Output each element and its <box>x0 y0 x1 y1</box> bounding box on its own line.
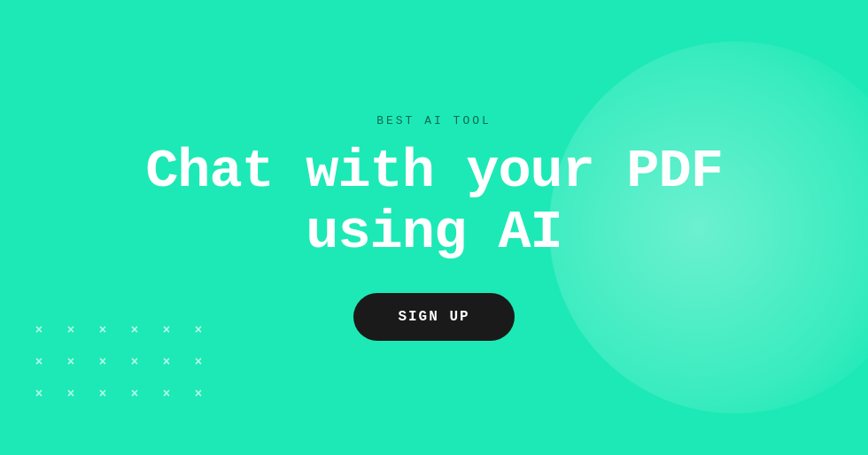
dot-3: × <box>90 318 115 343</box>
dot-14: × <box>58 382 83 406</box>
hero-content: BEST AI TOOL Chat with your PDF using AI… <box>145 114 723 340</box>
hero-heading-line1: Chat with your PDF <box>145 140 723 203</box>
signup-button[interactable]: SiGN UP <box>353 293 514 341</box>
dot-15: × <box>90 382 115 406</box>
dot-11: × <box>154 350 179 374</box>
dot-7: × <box>27 350 51 374</box>
dot-9: × <box>90 350 115 374</box>
dot-1: × <box>27 318 51 343</box>
dot-8: × <box>58 350 83 374</box>
dot-13: × <box>27 382 51 406</box>
dot-18: × <box>186 382 211 406</box>
dot-16: × <box>122 382 147 406</box>
dot-4: × <box>122 318 147 343</box>
dot-10: × <box>122 350 147 374</box>
dot-2: × <box>58 318 83 343</box>
hero-section: × × × × × × × × × × × × × × × × × × BEST… <box>0 0 868 455</box>
dot-12: × <box>186 350 211 374</box>
hero-subtitle: BEST AI TOOL <box>376 114 492 127</box>
dot-17: × <box>154 382 179 406</box>
hero-heading: Chat with your PDF using AI <box>145 142 723 262</box>
hero-heading-line2: using AI <box>306 201 562 264</box>
